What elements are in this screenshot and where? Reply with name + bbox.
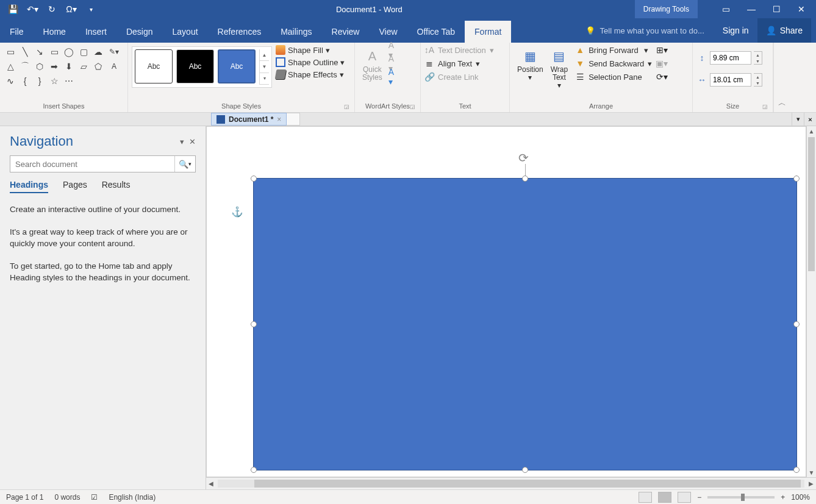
page-canvas[interactable]: ⚓ ⟳ bbox=[206, 126, 806, 477]
read-mode-icon[interactable] bbox=[639, 492, 652, 503]
gallery-up-icon[interactable]: ▲ bbox=[260, 49, 269, 61]
tab-insert[interactable]: Insert bbox=[76, 21, 116, 43]
hscroll-thumb[interactable] bbox=[254, 480, 801, 488]
word-count[interactable]: 0 words bbox=[54, 493, 80, 502]
nav-tab-pages[interactable]: Pages bbox=[63, 180, 87, 193]
document-tab[interactable]: Document1 * × bbox=[211, 113, 287, 126]
cloud-icon[interactable]: ☁ bbox=[91, 45, 105, 59]
search-icon[interactable]: 🔍 bbox=[179, 160, 188, 169]
language-indicator[interactable]: English (India) bbox=[109, 493, 156, 502]
edit-shape-icon[interactable]: ✎▾ bbox=[107, 45, 121, 59]
hexagon-icon[interactable]: ⬡ bbox=[33, 60, 46, 73]
resize-handle-bm[interactable] bbox=[522, 467, 528, 473]
resize-handle-ml[interactable] bbox=[251, 321, 257, 327]
tab-office-tab[interactable]: Office Tab bbox=[407, 21, 465, 43]
arrow-line-icon[interactable]: ↘ bbox=[33, 45, 46, 59]
shape-style-gallery[interactable]: Abc Abc Abc ▲ ▼ ▾ bbox=[132, 46, 272, 88]
selected-rectangle-shape[interactable]: ⟳ bbox=[253, 178, 797, 470]
wordart-launcher-icon[interactable]: ◲ bbox=[410, 104, 415, 110]
maximize-icon[interactable]: ☐ bbox=[773, 4, 781, 14]
zoom-level[interactable]: 100% bbox=[791, 493, 810, 502]
sign-in-link[interactable]: Sign in bbox=[714, 26, 757, 35]
style-swatch-2[interactable]: Abc bbox=[176, 49, 214, 83]
star-icon[interactable]: ☆ bbox=[48, 74, 61, 88]
shape-effects-button[interactable]: Shape Effects ▾ bbox=[276, 69, 345, 79]
spellcheck-icon[interactable]: ☑ bbox=[91, 493, 98, 502]
scroll-left-icon[interactable]: ◀ bbox=[206, 478, 216, 489]
redo-icon[interactable]: ↻ bbox=[45, 2, 59, 16]
width-spinner[interactable]: ▲▼ bbox=[754, 73, 762, 87]
send-backward-button[interactable]: ▼Send Backward ▾ bbox=[575, 59, 652, 68]
search-dropdown-icon[interactable]: ▾ bbox=[188, 161, 191, 167]
resize-handle-bl[interactable] bbox=[251, 467, 257, 473]
scroll-right-icon[interactable]: ▶ bbox=[806, 478, 816, 489]
vscroll-thumb[interactable] bbox=[808, 137, 815, 271]
brace-left-icon[interactable]: { bbox=[18, 74, 32, 88]
resize-handle-mr[interactable] bbox=[793, 321, 800, 327]
tab-layout[interactable]: Layout bbox=[163, 21, 208, 43]
minimize-icon[interactable]: — bbox=[747, 4, 756, 14]
height-spinner[interactable]: ▲▼ bbox=[754, 51, 762, 65]
qat-customize-icon[interactable]: ▾ bbox=[84, 2, 98, 16]
align-text-button[interactable]: ≣Align Text ▾ bbox=[424, 59, 494, 68]
resize-handle-br[interactable] bbox=[793, 467, 800, 473]
save-icon[interactable]: 💾 bbox=[6, 2, 20, 16]
nav-tab-headings[interactable]: Headings bbox=[10, 180, 48, 193]
navigation-search[interactable]: 🔍▾ bbox=[10, 155, 196, 172]
page-indicator[interactable]: Page 1 of 1 bbox=[6, 493, 43, 502]
wrap-text-button[interactable]: ▤Wrap Text▾ bbox=[547, 45, 571, 93]
document-tab-close-icon[interactable]: × bbox=[277, 115, 281, 124]
brace-right-icon[interactable]: } bbox=[33, 74, 46, 88]
horizontal-scrollbar[interactable]: ◀ ▶ bbox=[206, 477, 816, 489]
zoom-in-icon[interactable]: + bbox=[781, 493, 785, 502]
text-effects-icon[interactable]: A ▾ bbox=[388, 72, 398, 82]
tab-view[interactable]: View bbox=[369, 21, 407, 43]
tab-close-all-icon[interactable]: × bbox=[804, 113, 816, 126]
gallery-more-icon[interactable]: ▾ bbox=[260, 73, 269, 85]
close-icon[interactable]: ✕ bbox=[798, 4, 805, 14]
nav-options-icon[interactable]: ▾ bbox=[180, 137, 184, 146]
draw-textbox-icon[interactable]: A bbox=[107, 60, 121, 73]
resize-handle-tr[interactable] bbox=[793, 176, 800, 182]
web-layout-icon[interactable] bbox=[678, 492, 691, 503]
oval-icon[interactable]: ◯ bbox=[62, 45, 76, 59]
shape-picker[interactable]: ▭ ╲ ↘ ▭ ◯ ▢ ☁ △ ⌒ ⬡ ➡ ⬇ ▱ ⬠ ∿ { } ☆ ⋯ bbox=[4, 45, 105, 88]
line-icon[interactable]: ╲ bbox=[18, 45, 32, 59]
rotate-handle[interactable]: ⟳ bbox=[518, 151, 532, 176]
textbox-icon[interactable]: ▭ bbox=[4, 45, 17, 59]
tab-home[interactable]: Home bbox=[34, 21, 76, 43]
arrow-right-icon[interactable]: ➡ bbox=[48, 60, 61, 73]
shape-fill-button[interactable]: Shape Fill ▾ bbox=[276, 45, 345, 55]
share-button[interactable]: 👤 Share bbox=[757, 18, 811, 43]
resize-handle-tm[interactable] bbox=[522, 176, 528, 182]
rotate-icon[interactable]: ⟳▾ bbox=[657, 72, 667, 82]
selection-pane-button[interactable]: ☰Selection Pane bbox=[575, 72, 652, 82]
symbol-icon[interactable]: Ω▾ bbox=[65, 2, 78, 16]
size-launcher-icon[interactable]: ◲ bbox=[762, 104, 768, 110]
tab-references[interactable]: References bbox=[208, 21, 271, 43]
position-button[interactable]: ▦Position▾ bbox=[514, 45, 547, 84]
ribbon-options-icon[interactable]: ▭ bbox=[722, 4, 730, 14]
tab-mailings[interactable]: Mailings bbox=[271, 21, 321, 43]
shape-outline-button[interactable]: Shape Outline ▾ bbox=[276, 57, 345, 67]
new-tab-button[interactable] bbox=[287, 113, 300, 126]
align-icon[interactable]: ⊞▾ bbox=[657, 45, 667, 55]
shape-width-input[interactable] bbox=[710, 73, 751, 87]
tab-file[interactable]: File bbox=[0, 21, 34, 43]
freeform-icon[interactable]: ∿ bbox=[4, 74, 17, 88]
bring-forward-button[interactable]: ▲Bring Forward ▾ bbox=[575, 45, 652, 55]
style-swatch-3[interactable]: Abc bbox=[218, 49, 256, 83]
tab-review[interactable]: Review bbox=[322, 21, 370, 43]
style-swatch-1[interactable]: Abc bbox=[135, 49, 173, 83]
shape-height-input[interactable] bbox=[710, 51, 751, 65]
rounded-rect-icon[interactable]: ▢ bbox=[77, 45, 90, 59]
nav-tab-results[interactable]: Results bbox=[102, 180, 131, 193]
rectangle-icon[interactable]: ▭ bbox=[48, 45, 61, 59]
print-layout-icon[interactable] bbox=[658, 492, 671, 503]
tab-list-dropdown-icon[interactable]: ▾ bbox=[792, 113, 804, 126]
gallery-down-icon[interactable]: ▼ bbox=[260, 61, 269, 73]
nav-close-icon[interactable]: ✕ bbox=[189, 137, 196, 146]
undo-icon[interactable]: ↶▾ bbox=[26, 2, 39, 16]
scroll-down-icon[interactable]: ▼ bbox=[807, 467, 816, 477]
triangle-icon[interactable]: △ bbox=[4, 60, 17, 73]
